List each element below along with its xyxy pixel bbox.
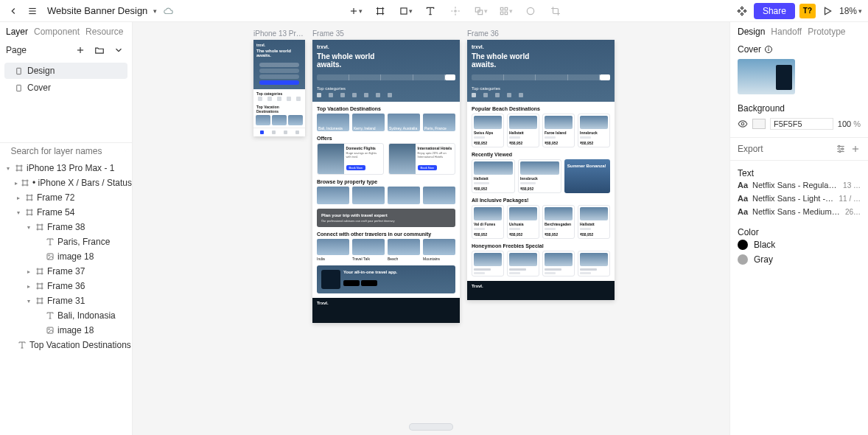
filter-icon[interactable] [125,146,126,156]
layer-row[interactable]: image 18 [0,323,132,338]
svg-point-80 [841,148,843,150]
component-tool-icon[interactable]: ▾ [498,4,513,18]
pen-tool-icon[interactable] [448,4,463,18]
svg-rect-18 [505,12,508,15]
back-icon[interactable] [6,4,21,18]
layer-row[interactable]: Bali, Indonasia [0,308,132,323]
mask-tool-icon[interactable] [523,4,538,18]
hero-headline: The whole worldawaits. [472,52,610,69]
color-section-label: Color [738,227,861,237]
footer: Trxvl. [312,298,460,323]
tab-prototype[interactable]: Prototype [808,27,845,37]
artboard-label-f35[interactable]: Frame 35 [312,29,344,38]
svg-point-53 [49,255,50,257]
layer-row[interactable]: ▸Frame 37 [0,264,132,279]
artboard-label-mobile[interactable]: iPhone 13 Pr… [253,29,304,38]
svg-rect-16 [505,7,508,10]
svg-marker-20 [825,7,830,14]
tab-layer[interactable]: Layer [6,27,28,37]
section-title: Top categories [317,86,455,91]
export-settings-icon[interactable] [836,144,846,154]
layer-row[interactable]: ▸Frame 72 [0,190,132,205]
add-tool-icon[interactable]: ▾ [348,4,363,18]
layer-row[interactable]: ▾Frame 54 [0,205,132,220]
tab-component[interactable]: Component [34,27,80,37]
right-panel: Design Handoff Prototype Cover Backgroun… [729,22,868,435]
cloud-sync-icon[interactable] [161,4,176,18]
plugins-icon[interactable] [735,4,749,18]
add-export-icon[interactable] [850,144,861,154]
boolean-tool-icon[interactable]: ▾ [473,4,488,18]
section-title: Browse by property type [317,179,455,184]
layer-row[interactable]: ▾iPhone 13 Pro Max - 1 [0,161,132,175]
text-tool-icon[interactable] [423,4,438,18]
collapse-pages-icon[interactable] [111,43,126,58]
artboard-label-f36[interactable]: Frame 36 [467,29,499,38]
svg-point-74 [769,48,769,49]
page-list: DesignCover [0,60,132,98]
tools-group: ▾ ▾ ▾ ▾ [176,4,735,18]
font-row[interactable]: AaNetflix Sans - Light - 11px11 / … [738,192,861,205]
color-row[interactable]: Gray [738,252,861,267]
frame-tool-icon[interactable] [373,4,388,18]
brand-logo: trxvl. [317,44,455,49]
font-row[interactable]: AaNetflix Sans - Medium - 26px26… [738,205,861,218]
pages-header: Page [0,40,132,60]
layer-row[interactable]: image 18 [0,249,132,264]
tab-handoff[interactable]: Handoff [771,27,802,37]
background-swatch[interactable] [752,119,766,129]
cover-thumbnail[interactable] [738,59,795,94]
svg-rect-68 [47,327,53,333]
artboard-mobile[interactable]: trxvl. The whole worldawaits. Top catego… [253,40,305,136]
artboard-frame-36[interactable]: trxvl. The whole worldawaits. Top catego… [467,40,615,300]
background-opacity-input[interactable]: 100 % [838,119,861,128]
page-folder-icon[interactable] [92,43,107,58]
menu-icon[interactable] [25,4,40,18]
layer-row[interactable]: ▾Frame 31 [0,293,132,308]
svg-rect-17 [500,12,503,15]
play-preview-icon[interactable] [820,4,835,18]
top-toolbar: Website Banner Design ▾ ▾ ▾ ▾ ▾ Share T?… [0,0,868,22]
layer-row[interactable]: ▾Frame 38 [0,220,132,234]
svg-point-81 [839,150,841,152]
shape-tool-icon[interactable]: ▾ [398,4,413,18]
color-row[interactable]: Black [738,237,861,252]
svg-rect-24 [17,85,21,91]
info-icon[interactable] [764,45,773,54]
canvas[interactable]: iPhone 13 Pr… Frame 35 Frame 36 trxvl. T… [133,22,729,435]
export-section-label: Export [738,144,763,154]
artboard-frame-35[interactable]: trxvl. The whole worldawaits. Top catego… [312,40,460,323]
left-panel: Layer Component Resource Page DesignCove… [0,22,133,435]
layer-row[interactable]: ▸• iPhone X / Bars / Status … [0,175,132,190]
svg-rect-52 [47,254,53,260]
tab-resource[interactable]: Resource [85,27,123,37]
chevron-down-icon: ▾ [858,7,862,15]
tab-design[interactable]: Design [738,27,765,37]
chevron-down-icon[interactable]: ▾ [153,7,157,15]
section-title: Top categories [472,86,610,91]
add-page-icon[interactable] [73,43,88,58]
crop-tool-icon[interactable] [548,4,563,18]
zoom-control[interactable]: 18%▾ [839,6,862,16]
left-panel-tabs: Layer Component Resource [0,22,132,40]
svg-rect-15 [500,7,503,10]
page-item[interactable]: Cover [4,80,127,96]
svg-rect-9 [401,7,407,13]
layer-row[interactable]: Paris, France [0,234,132,249]
zoom-value: 18% [839,6,857,16]
page-item[interactable]: Design [4,63,127,79]
layer-search-input[interactable] [10,146,121,156]
section-title: Top Vacation Destinations [317,106,455,111]
text-section-label: Text [738,168,861,178]
missing-fonts-badge[interactable]: T? [799,4,816,18]
layer-row[interactable]: Top Vacation Destinations [0,338,132,352]
font-row[interactable]: AaNetflix Sans - Regular -13px13 … [738,178,861,192]
canvas-horizontal-scrollbar[interactable] [409,423,453,431]
document-title[interactable]: Website Banner Design [47,5,147,16]
layer-search [0,142,132,159]
visibility-toggle-icon[interactable] [738,119,748,129]
svg-point-69 [49,329,50,330]
background-hex-input[interactable]: F5F5F5 [770,118,833,130]
share-button[interactable]: Share [754,3,795,19]
layer-row[interactable]: ▸Frame 36 [0,279,132,293]
